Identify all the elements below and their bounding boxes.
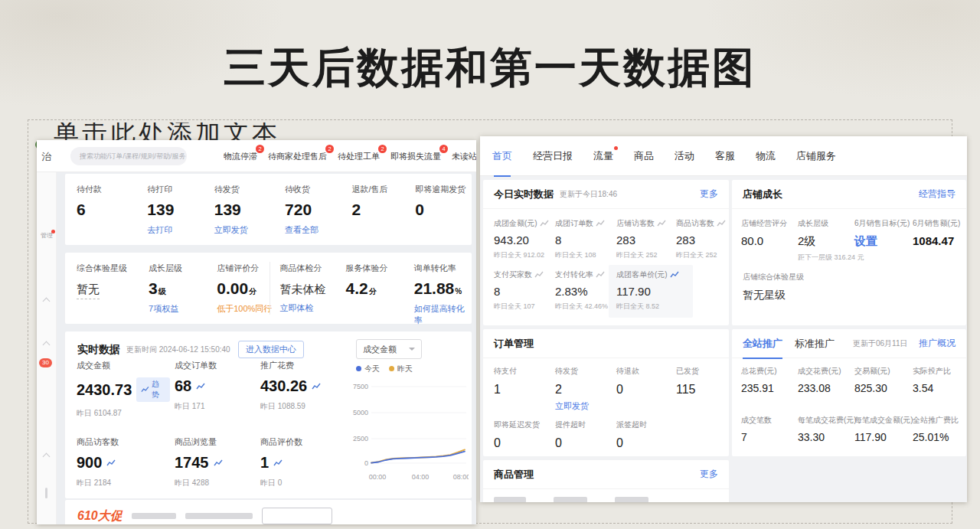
- metric-group-amount: 成团金额(元) 943.20 昨日全天 912.02: [494, 218, 555, 260]
- y-tick: 7500: [353, 383, 368, 390]
- notification-badge: 2: [378, 145, 387, 153]
- search-input[interactable]: 搜索功能/订单/课程/规则/帮助/服务: [70, 147, 187, 165]
- tab-home[interactable]: 首页: [492, 149, 512, 163]
- tab-service[interactable]: 客服: [715, 149, 735, 163]
- trend-icon[interactable]: [106, 459, 116, 467]
- metric-order-count: 成交订单数 68 昨日 171: [175, 360, 268, 412]
- realtime-updated: 更新时间 2024-06-12 15:50:40: [126, 345, 230, 355]
- sidebar-item-label: 管理: [41, 232, 53, 239]
- more-link[interactable]: 更多: [700, 468, 718, 481]
- legend-today: 今天: [356, 364, 380, 374]
- trend-icon[interactable]: [657, 220, 666, 227]
- trend-tag[interactable]: 趋势: [136, 377, 170, 402]
- left-sidebar: 管理 30: [37, 172, 57, 524]
- nav-label: 即将损失流量: [390, 152, 441, 161]
- nav-item-unread-messages[interactable]: 未读站内信68: [452, 151, 476, 162]
- improve-conversion-link[interactable]: 如何提高转化率: [414, 303, 472, 326]
- below-peers-link[interactable]: 低于100%同行: [217, 303, 272, 315]
- chart-metric-select[interactable]: 成交金额: [356, 339, 422, 359]
- legend-dot-yesterday: [389, 366, 394, 371]
- chevron-down-icon: [409, 348, 415, 351]
- search-placeholder: 搜索功能/订单/课程/规则/帮助/服务: [80, 152, 186, 162]
- metric-to-print: 待打印 139 去打印: [147, 184, 214, 236]
- today-row2: 支付买家数 8 昨日全天 107 支付转化率 2.83% 昨日全天 42.46%…: [494, 269, 693, 318]
- metric-pending-payment: 待付款 6: [77, 184, 147, 236]
- tab-traffic[interactable]: 流量: [593, 149, 613, 163]
- metric-product-views: 商品浏览量 1745 昨日 4288: [175, 436, 268, 488]
- trend-chart: 今天 昨天 7500 5000 2500 0 00:00 04:00: [350, 364, 469, 488]
- promo-overview-link[interactable]: 推广概况: [919, 337, 956, 350]
- experience-stats-card: 综合体验星级 暂无 成长层级 3级 7项权益 店铺评价分 0.00分 低于100…: [65, 253, 472, 324]
- sidebar-item-manage[interactable]: 管理: [40, 232, 54, 239]
- x-tick: 04:00: [412, 473, 430, 481]
- order-row2: 即将延迟发货 0 提件超时 0 派签超时 0: [494, 420, 678, 450]
- trend-icon[interactable]: [670, 271, 679, 279]
- nav-label: 未读站内信: [452, 152, 476, 161]
- view-all-link[interactable]: 查看全部: [285, 224, 318, 236]
- right-tab-bar: 首页 经营日报 流量 商品 活动 客服 物流 店铺服务: [480, 136, 967, 176]
- nav-item-logistics-stalled[interactable]: 物流停滞2: [224, 151, 257, 162]
- set-target-link[interactable]: 设置: [854, 234, 913, 249]
- metric-ad-spend: 推广花费 430.26 昨日 1088.59: [260, 360, 354, 412]
- metric-to-ship: 待发货 139 立即发货: [214, 184, 285, 236]
- ship-now-link[interactable]: 立即发货: [214, 224, 248, 236]
- tab-activity[interactable]: 活动: [675, 149, 694, 163]
- left-dashboard-screenshot: 治 搜索功能/订单/课程/规则/帮助/服务 物流停滞2 待商家处理售后2 待处理…: [37, 140, 476, 524]
- x-tick: 08:00: [453, 473, 469, 481]
- tab-logistics[interactable]: 物流: [756, 149, 776, 163]
- metric-to-receive: 待收货 720 查看全部: [285, 184, 351, 236]
- data-center-button[interactable]: 进入数据中心: [238, 341, 304, 358]
- trend-icon[interactable]: [312, 383, 321, 390]
- nav-item-pending-aftersale[interactable]: 待商家处理售后2: [268, 151, 327, 162]
- nav-label: 待商家处理售后: [268, 152, 327, 161]
- realtime-data-card: 实时数据 更新时间 2024-06-12 15:50:40 进入数据中心 成交金…: [65, 331, 472, 498]
- tab-sitewide-promo[interactable]: 全站推广: [743, 337, 782, 351]
- tab-standard-promo[interactable]: 标准推广: [795, 337, 835, 351]
- tab-goods[interactable]: 商品: [634, 149, 654, 163]
- metric-amount-per-deal: 每笔成交金额(元) 117.90: [854, 415, 913, 443]
- metric-shipped: 已发货 115: [676, 366, 730, 412]
- trend-icon[interactable]: [540, 220, 549, 227]
- check-now-link[interactable]: 立即体检: [279, 302, 313, 314]
- more-link[interactable]: 更多: [700, 188, 718, 201]
- trend-icon[interactable]: [596, 220, 605, 227]
- trend-icon[interactable]: [196, 383, 205, 390]
- metric-product-visitors: 商品访客数 900 昨日 2184: [77, 436, 170, 488]
- metric-to-pay: 待支付 1: [494, 366, 555, 412]
- today-row1: 成团金额(元) 943.20 昨日全天 912.02 成团订单数 8 昨日全天 …: [494, 218, 730, 260]
- order-management-card: 订单管理 待支付 1 待发货 2 立即发货 待退款 0 已发货 115: [483, 329, 729, 456]
- metric-shop-visitors: 店铺访客数 283 昨日全天 252: [616, 218, 676, 260]
- trend-icon[interactable]: [717, 220, 726, 227]
- promo-button[interactable]: [262, 508, 332, 524]
- y-tick: 2500: [353, 435, 368, 442]
- today-realtime-card: 今日实时数据 更新于今日18:46 更多 成团金额(元) 943.20 昨日全天…: [483, 180, 729, 325]
- nav-item-pending-ticket[interactable]: 待处理工单2: [338, 151, 380, 162]
- chevron-up-icon[interactable]: [43, 453, 51, 461]
- chevron-up-icon[interactable]: [43, 341, 51, 349]
- metric-refund-aftersale: 退款/售后 2: [352, 184, 416, 236]
- ship-now-link[interactable]: 立即发货: [555, 400, 589, 412]
- metric-sales-target: 6月销售目标(元) 设置: [854, 218, 913, 263]
- trend-icon[interactable]: [214, 459, 223, 467]
- chart-legend: 今天 昨天: [356, 364, 469, 374]
- metric-pickup-timeout: 提件超时 0: [555, 420, 616, 450]
- tab-shop-services[interactable]: 店铺服务: [796, 149, 836, 163]
- metric-delay-ship: 即将延迟发货 0: [494, 420, 555, 450]
- benefits-link[interactable]: 7项权益: [149, 303, 178, 315]
- go-print-link[interactable]: 去打印: [147, 224, 172, 236]
- promo-row1: 总花费(元) 235.91 成交花费(元) 233.08 交易额(元) 825.…: [741, 366, 963, 394]
- chevron-up-icon[interactable]: [43, 298, 51, 305]
- tab-daily-report[interactable]: 经营日报: [533, 149, 573, 163]
- trend-icon[interactable]: [273, 459, 283, 467]
- trend-icon[interactable]: [534, 271, 544, 279]
- metric-deal-spend: 成交花费(元) 233.08: [798, 366, 854, 394]
- metric-to-ship: 待发货 2 立即发货: [555, 366, 616, 412]
- x-tick: 00:00: [369, 473, 387, 481]
- metric-delivery-timeout: 派签超时 0: [616, 420, 678, 450]
- metric-service-score: 服务体验分 4.2分: [346, 263, 414, 326]
- operation-guide-link[interactable]: 经营指导: [919, 188, 956, 201]
- trend-icon[interactable]: [596, 271, 605, 279]
- sidebar-cropped-text: 治: [41, 150, 51, 164]
- page-title: 三天后数据和第一天数据图: [0, 40, 980, 96]
- nav-item-traffic-loss[interactable]: 即将损失流量4: [390, 151, 441, 162]
